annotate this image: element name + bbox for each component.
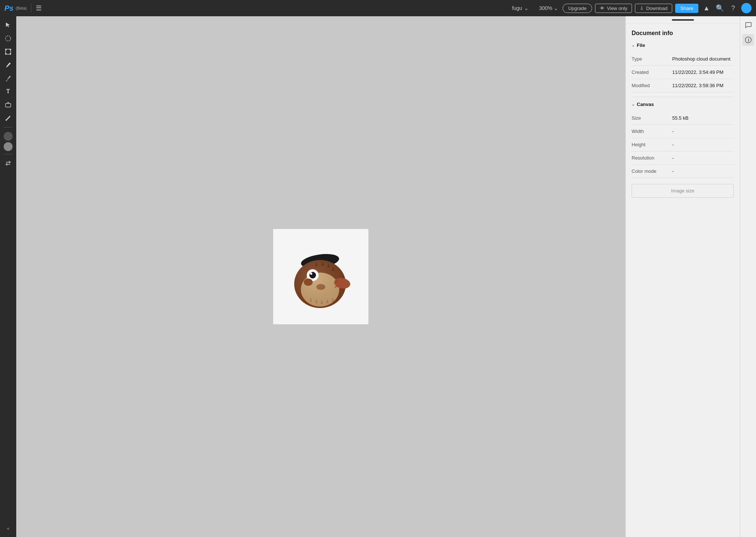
- brush-tool[interactable]: [2, 59, 14, 71]
- svg-rect-5: [10, 53, 11, 55]
- help-icon[interactable]: ?: [728, 4, 738, 12]
- file-section-header[interactable]: ⌄ File: [632, 42, 734, 48]
- height-label: Height: [632, 142, 672, 147]
- file-name-text: fugu: [512, 5, 522, 11]
- file-name-display[interactable]: fugu ⌄: [512, 5, 529, 11]
- modified-label: Modified: [632, 83, 672, 88]
- search-icon[interactable]: 🔍: [715, 4, 725, 12]
- beta-label: (Beta): [16, 6, 27, 10]
- topbar-right: Upgrade 👁 View only ⇩ Download Share ▲ 🔍…: [563, 3, 752, 13]
- collapse-toolbar[interactable]: «: [4, 523, 13, 534]
- circle-select-tool[interactable]: [2, 33, 14, 44]
- fugu-image: [280, 236, 361, 317]
- divider-1: [31, 4, 31, 13]
- zoom-selector[interactable]: 300% ⌄: [539, 5, 558, 11]
- svg-point-21: [310, 273, 312, 275]
- topbar: Ps (Beta) ☰ fugu ⌄ 300% ⌄ Upgrade 👁 View…: [0, 0, 756, 16]
- svg-point-35: [316, 284, 325, 290]
- svg-point-22: [304, 278, 313, 286]
- fugu-canvas: [273, 229, 368, 324]
- panel-tab-indicator: [672, 19, 694, 21]
- type-label: Type: [632, 56, 672, 62]
- size-row: Size 55.5 kB: [632, 112, 734, 125]
- comment-icon[interactable]: [742, 19, 754, 31]
- canvas-section-chevron: ⌄: [632, 102, 635, 106]
- type-value: Photoshop cloud document: [672, 56, 731, 62]
- shape-tool[interactable]: [2, 99, 14, 111]
- svg-point-20: [309, 272, 316, 278]
- app-logo: Ps (Beta): [4, 4, 27, 13]
- eye-icon: 👁: [600, 6, 605, 11]
- document-info-panel: Document info ⌄ File Type Photoshop clou…: [626, 24, 740, 203]
- file-section-label: File: [637, 42, 645, 48]
- svg-rect-3: [10, 49, 11, 50]
- tool-separator-1: [4, 127, 13, 127]
- far-right-bar: i: [740, 16, 756, 537]
- svg-rect-7: [6, 103, 11, 107]
- svg-text:i: i: [748, 38, 749, 43]
- size-value: 55.5 kB: [672, 115, 688, 121]
- canvas-section-label: Canvas: [637, 102, 654, 107]
- panel-tab-bar: [626, 16, 740, 24]
- notifications-icon[interactable]: ▲: [701, 4, 712, 12]
- main-layout: T «: [0, 16, 756, 537]
- created-value: 11/22/2022, 3:54:49 PM: [672, 69, 724, 75]
- swap-colors-tool[interactable]: [2, 157, 14, 169]
- canvas-section-header[interactable]: ⌄ Canvas: [632, 102, 734, 107]
- size-label: Size: [632, 115, 672, 121]
- svg-point-0: [6, 36, 11, 41]
- text-tool[interactable]: T: [2, 86, 14, 98]
- type-row: Type Photoshop cloud document: [632, 52, 734, 66]
- background-color[interactable]: [4, 142, 13, 151]
- modified-value: 11/22/2022, 3:59:36 PM: [672, 83, 724, 88]
- width-label: Width: [632, 129, 672, 134]
- image-size-button[interactable]: Image size: [632, 184, 734, 198]
- view-only-button[interactable]: 👁 View only: [595, 4, 632, 13]
- share-button[interactable]: Share: [675, 4, 698, 13]
- pen-tool[interactable]: [2, 72, 14, 84]
- resolution-row: Resolution -: [632, 151, 734, 165]
- document-info-title: Document info: [632, 30, 734, 37]
- width-row: Width -: [632, 125, 734, 138]
- svg-point-8: [6, 119, 7, 121]
- select-tool[interactable]: [2, 19, 14, 31]
- avatar[interactable]: [741, 3, 752, 13]
- resolution-label: Resolution: [632, 155, 672, 161]
- view-only-label: View only: [607, 6, 627, 11]
- height-value: -: [672, 142, 674, 147]
- file-section-chevron: ⌄: [632, 43, 635, 47]
- tool-separator-2: [4, 154, 13, 154]
- height-row: Height -: [632, 138, 734, 151]
- section-divider: [632, 97, 734, 97]
- hamburger-menu[interactable]: ☰: [36, 4, 42, 12]
- info-icon[interactable]: i: [742, 34, 754, 46]
- eyedropper-tool[interactable]: [2, 112, 14, 124]
- right-panel: Document info ⌄ File Type Photoshop clou…: [625, 16, 740, 537]
- download-button[interactable]: ⇩ Download: [635, 4, 672, 13]
- width-value: -: [672, 129, 674, 134]
- svg-rect-4: [5, 53, 7, 55]
- created-row: Created 11/22/2022, 3:54:49 PM: [632, 66, 734, 79]
- color-mode-row: Color mode -: [632, 165, 734, 178]
- ps-icon: Ps: [4, 4, 13, 13]
- download-label: Download: [646, 6, 667, 11]
- svg-rect-2: [5, 49, 7, 50]
- download-icon: ⇩: [640, 6, 644, 11]
- foreground-color[interactable]: [4, 132, 13, 141]
- left-toolbar: T «: [0, 16, 16, 537]
- created-label: Created: [632, 69, 672, 75]
- canvas-area[interactable]: [16, 16, 625, 537]
- modified-row: Modified 11/22/2022, 3:59:36 PM: [632, 79, 734, 92]
- transform-tool[interactable]: [2, 46, 14, 58]
- upgrade-button[interactable]: Upgrade: [563, 4, 592, 13]
- color-mode-label: Color mode: [632, 168, 672, 174]
- color-mode-value: -: [672, 168, 674, 174]
- zoom-chevron: ⌄: [554, 5, 558, 11]
- file-name-chevron: ⌄: [524, 5, 529, 11]
- zoom-value: 300%: [539, 5, 552, 11]
- resolution-value: -: [672, 155, 674, 161]
